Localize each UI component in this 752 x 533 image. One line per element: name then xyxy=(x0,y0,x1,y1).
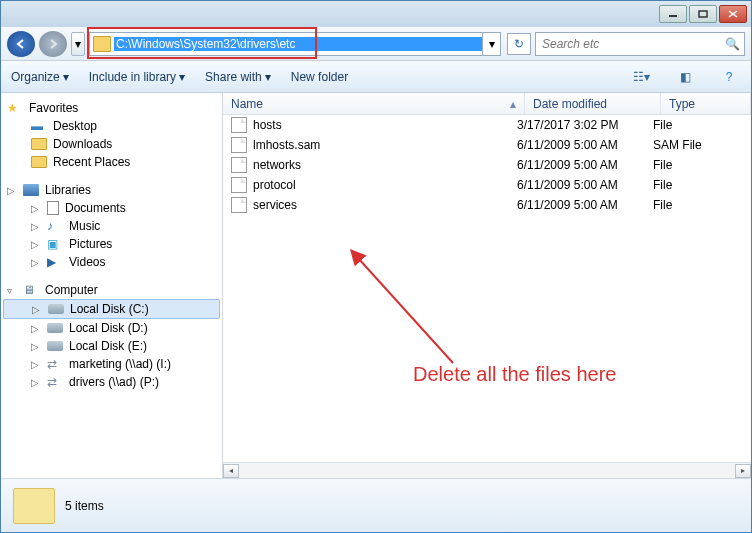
tree-drive-p[interactable]: ▷⇄drivers (\\ad) (P:) xyxy=(3,373,220,391)
tree-drive-i[interactable]: ▷⇄marketing (\\ad) (I:) xyxy=(3,355,220,373)
library-icon xyxy=(23,184,39,196)
scroll-left-button[interactable]: ◂ xyxy=(223,464,239,478)
folder-icon xyxy=(31,156,47,168)
address-input[interactable] xyxy=(114,37,482,51)
drive-icon xyxy=(48,304,64,314)
forward-button[interactable] xyxy=(39,31,67,57)
preview-icon: ◧ xyxy=(680,70,691,84)
content-area: ★Favorites ▬Desktop Downloads Recent Pla… xyxy=(1,93,751,478)
folder-icon xyxy=(93,36,111,52)
tree-recent[interactable]: Recent Places xyxy=(3,153,220,171)
search-icon: 🔍 xyxy=(725,37,740,51)
maximize-button[interactable] xyxy=(689,5,717,23)
column-headers: Name▴ Date modified Type xyxy=(223,93,751,115)
file-icon xyxy=(231,157,247,173)
command-bar: Organize ▾ Include in library ▾ Share wi… xyxy=(1,61,751,93)
expand-icon: ▷ xyxy=(31,221,41,232)
file-row[interactable]: networks6/11/2009 5:00 AMFile xyxy=(223,155,751,175)
view-icon: ☷ xyxy=(633,70,644,84)
title-bar xyxy=(1,1,751,27)
chevron-down-icon: ▾ xyxy=(75,37,81,51)
refresh-icon: ↻ xyxy=(514,37,524,51)
column-date[interactable]: Date modified xyxy=(525,93,661,114)
navigation-tree[interactable]: ★Favorites ▬Desktop Downloads Recent Pla… xyxy=(1,93,223,478)
network-drive-icon: ⇄ xyxy=(47,375,63,389)
svg-rect-0 xyxy=(669,15,677,17)
tree-drive-e[interactable]: ▷Local Disk (E:) xyxy=(3,337,220,355)
chevron-down-icon: ▾ xyxy=(63,70,69,84)
include-library-menu[interactable]: Include in library ▾ xyxy=(89,70,185,84)
close-button[interactable] xyxy=(719,5,747,23)
expand-icon: ▷ xyxy=(31,257,41,268)
item-count: 5 items xyxy=(65,499,104,513)
favorites-group[interactable]: ★Favorites xyxy=(3,99,220,117)
refresh-button[interactable]: ↻ xyxy=(507,33,531,55)
tree-videos[interactable]: ▷▶Videos xyxy=(3,253,220,271)
file-icon xyxy=(231,117,247,133)
minimize-button[interactable] xyxy=(659,5,687,23)
expand-icon: ▷ xyxy=(7,185,17,196)
tree-drive-c[interactable]: ▷Local Disk (C:) xyxy=(3,299,220,319)
video-icon: ▶ xyxy=(47,255,63,269)
file-row[interactable]: protocol6/11/2009 5:00 AMFile xyxy=(223,175,751,195)
file-icon xyxy=(231,177,247,193)
expand-icon: ▷ xyxy=(31,377,41,388)
svg-rect-1 xyxy=(699,11,707,17)
music-icon: ♪ xyxy=(47,219,63,233)
column-name[interactable]: Name▴ xyxy=(223,93,525,114)
folder-icon xyxy=(31,138,47,150)
folder-icon xyxy=(13,488,55,524)
address-bar[interactable]: ▾ xyxy=(89,32,501,56)
expand-icon: ▷ xyxy=(31,359,41,370)
tree-drive-d[interactable]: ▷Local Disk (D:) xyxy=(3,319,220,337)
search-input[interactable] xyxy=(540,36,725,52)
status-bar: 5 items xyxy=(1,478,751,532)
column-type[interactable]: Type xyxy=(661,93,751,114)
help-button[interactable]: ? xyxy=(717,66,741,88)
horizontal-scrollbar[interactable]: ◂ ▸ xyxy=(223,462,751,478)
file-row[interactable]: services6/11/2009 5:00 AMFile xyxy=(223,195,751,215)
drive-icon xyxy=(47,341,63,351)
computer-icon: 🖥 xyxy=(23,283,39,297)
file-icon xyxy=(231,197,247,213)
file-icon xyxy=(231,137,247,153)
back-button[interactable] xyxy=(7,31,35,57)
expand-icon: ▷ xyxy=(31,341,41,352)
expand-icon: ▷ xyxy=(31,323,41,334)
chevron-down-icon: ▾ xyxy=(265,70,271,84)
expand-icon: ▷ xyxy=(32,304,42,315)
view-menu[interactable]: ☷ ▾ xyxy=(629,66,653,88)
tree-desktop[interactable]: ▬Desktop xyxy=(3,117,220,135)
share-menu[interactable]: Share with ▾ xyxy=(205,70,271,84)
tree-pictures[interactable]: ▷▣Pictures xyxy=(3,235,220,253)
history-dropdown[interactable]: ▾ xyxy=(71,32,85,56)
libraries-group[interactable]: ▷Libraries xyxy=(3,181,220,199)
sort-asc-icon: ▴ xyxy=(510,97,516,111)
file-list-pane: Name▴ Date modified Type hosts3/17/2017 … xyxy=(223,93,751,478)
chevron-down-icon: ▾ xyxy=(489,37,495,51)
tree-documents[interactable]: ▷Documents xyxy=(3,199,220,217)
explorer-window: ▾ ▾ ↻ 🔍 Organize ▾ Include in library ▾ … xyxy=(0,0,752,533)
chevron-down-icon: ▾ xyxy=(179,70,185,84)
new-folder-button[interactable]: New folder xyxy=(291,70,348,84)
search-box[interactable]: 🔍 xyxy=(535,32,745,56)
file-row[interactable]: hosts3/17/2017 3:02 PMFile xyxy=(223,115,751,135)
collapse-icon: ▿ xyxy=(7,285,17,296)
drive-icon xyxy=(47,323,63,333)
picture-icon: ▣ xyxy=(47,237,63,251)
preview-pane-button[interactable]: ◧ xyxy=(673,66,697,88)
help-icon: ? xyxy=(726,70,733,84)
network-drive-icon: ⇄ xyxy=(47,357,63,371)
expand-icon: ▷ xyxy=(31,239,41,250)
file-row[interactable]: lmhosts.sam6/11/2009 5:00 AMSAM File xyxy=(223,135,751,155)
navigation-bar: ▾ ▾ ↻ 🔍 xyxy=(1,27,751,61)
tree-music[interactable]: ▷♪Music xyxy=(3,217,220,235)
tree-downloads[interactable]: Downloads xyxy=(3,135,220,153)
organize-menu[interactable]: Organize ▾ xyxy=(11,70,69,84)
expand-icon: ▷ xyxy=(31,203,41,214)
scroll-right-button[interactable]: ▸ xyxy=(735,464,751,478)
computer-group[interactable]: ▿🖥Computer xyxy=(3,281,220,299)
file-list[interactable]: hosts3/17/2017 3:02 PMFile lmhosts.sam6/… xyxy=(223,115,751,462)
star-icon: ★ xyxy=(7,101,23,115)
address-dropdown[interactable]: ▾ xyxy=(482,33,500,55)
